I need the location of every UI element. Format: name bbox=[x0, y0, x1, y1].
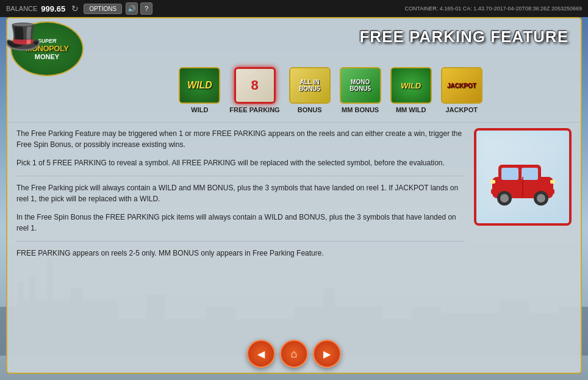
svg-rect-9 bbox=[490, 180, 495, 184]
mmwild-label: MM WILD bbox=[396, 106, 426, 113]
page-title: FREE PARKING FEATURE bbox=[359, 27, 568, 46]
inner-divider-2 bbox=[16, 241, 465, 242]
mmbonus-label: MM BONUS bbox=[342, 106, 379, 113]
wild-label: WILD bbox=[191, 106, 208, 113]
svg-point-7 bbox=[537, 194, 545, 203]
divider bbox=[7, 122, 581, 123]
refresh-button[interactable]: ↻ bbox=[71, 4, 79, 13]
text-content: The Free Parking Feature may be triggere… bbox=[16, 128, 465, 367]
options-button[interactable]: OPTIONS bbox=[84, 4, 122, 14]
paragraph-4: In the Free Spin Bonus the FREE PARKING … bbox=[16, 212, 465, 234]
svg-rect-3 bbox=[522, 168, 538, 180]
tab-mmwild[interactable]: WILD MM WILD bbox=[390, 67, 432, 113]
balance-value: 999.65 bbox=[41, 4, 65, 13]
svg-point-5 bbox=[500, 194, 509, 203]
help-button[interactable]: ? bbox=[140, 2, 152, 15]
mmbonus-symbol-icon: MONOBONU5 bbox=[340, 67, 381, 104]
logo-area: SUPER MONOPOLY MONEY 🎩 bbox=[10, 21, 90, 82]
top-bar: BALANCE 999.65 ↻ OPTIONS 🔊 ? CONTAINER: … bbox=[0, 0, 588, 17]
svg-rect-12 bbox=[551, 189, 554, 194]
bottom-nav: ◀ ⌂ ▶ bbox=[247, 340, 341, 368]
jackpot-symbol-icon: JACKPOT bbox=[441, 67, 482, 104]
paragraph-1: The Free Parking Feature may be triggere… bbox=[16, 128, 465, 150]
logo-money: MONEY bbox=[35, 53, 59, 60]
mmwild-symbol-icon: WILD bbox=[390, 67, 432, 104]
svg-rect-2 bbox=[501, 168, 518, 180]
prev-button[interactable]: ◀ bbox=[247, 340, 275, 368]
main-panel: SUPER MONOPOLY MONEY 🎩 FREE PARKING FEAT… bbox=[6, 17, 582, 374]
bonus-symbol-icon: ALL INBONU5 bbox=[289, 67, 331, 104]
inner-divider bbox=[16, 176, 465, 176]
content-area: The Free Parking Feature may be triggere… bbox=[7, 125, 581, 373]
balance-label: BALANCE bbox=[6, 5, 37, 12]
tab-freeparking[interactable]: 8 FREE PARKING bbox=[229, 67, 279, 113]
home-button[interactable]: ⌂ bbox=[280, 340, 308, 368]
tab-bonus[interactable]: ALL INBONU5 BONUS bbox=[289, 67, 331, 113]
car-svg bbox=[486, 143, 559, 210]
tab-wild[interactable]: WILD WILD bbox=[179, 67, 220, 113]
freeparking-label: FREE PARKING bbox=[229, 106, 279, 113]
wild-symbol-icon: WILD bbox=[179, 67, 220, 104]
bonus-label: BONUS bbox=[298, 106, 322, 113]
container-info: CONTAINER: 4.165-01 CA: 1.43.70-2017-04-… bbox=[404, 5, 582, 12]
car-image bbox=[474, 128, 572, 226]
monopoly-man-icon: 🎩 bbox=[4, 18, 42, 54]
paragraph-3: The Free Parking pick will always contai… bbox=[16, 182, 465, 204]
jackpot-label: JACKPOT bbox=[445, 106, 478, 113]
freeparking-symbol-icon: 8 bbox=[234, 67, 276, 104]
paragraph-2: Pick 1 of 5 FREE PARKING to reveal a sym… bbox=[16, 157, 465, 168]
paragraph-5: FREE PARKING appears on reels 2-5 only. … bbox=[16, 248, 465, 259]
next-button[interactable]: ▶ bbox=[313, 340, 341, 368]
svg-rect-11 bbox=[491, 189, 495, 194]
tab-mmbonus[interactable]: MONOBONU5 MM BONUS bbox=[340, 67, 381, 113]
sound-button[interactable]: 🔊 bbox=[126, 2, 138, 15]
svg-rect-8 bbox=[550, 180, 555, 184]
tab-jackpot[interactable]: JACKPOT JACKPOT bbox=[441, 67, 482, 113]
